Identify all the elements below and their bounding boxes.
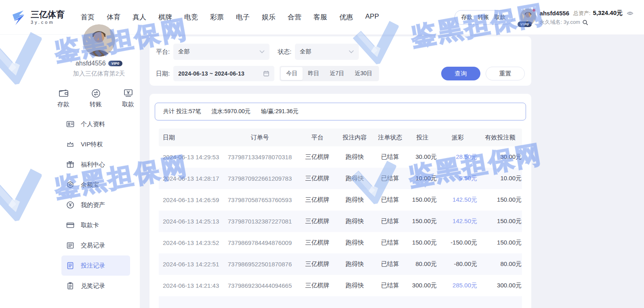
nav-item-合营[interactable]: 合营 <box>288 13 301 22</box>
nav-item-首页[interactable]: 首页 <box>81 13 95 22</box>
cell-date: 2024-06-13 14:29:53 <box>159 154 221 160</box>
wallet-action-转账[interactable]: 转账 <box>478 14 489 21</box>
user-block: VIP0 ahsfd4556 总资产: 5,324.40元 永久域名: 3y.c… <box>520 8 633 26</box>
notification-dot <box>532 8 536 12</box>
table-header-cell: 有效投注额 <box>478 134 522 141</box>
reset-button[interactable]: 重置 <box>486 67 525 80</box>
cell-order-no: 7379870587653760593 <box>221 196 298 203</box>
cell-payout: 142.50元 <box>438 196 478 204</box>
sidebar-menu: 个人资料 VIP特权 福利中心 余额宝 我的资产 取款卡 交易记录 投注记录 兑… <box>0 114 140 296</box>
sidebar-item-交易记录[interactable]: 交易记录 <box>61 235 130 255</box>
nav-item-娱乐[interactable]: 娱乐 <box>262 13 276 22</box>
cell-date: 2024-06-13 14:25:13 <box>159 218 221 225</box>
cell-platform: 三亿棋牌 <box>298 196 337 204</box>
avatar[interactable]: VIP0 <box>520 8 536 25</box>
range-button-昨日[interactable]: 昨日 <box>303 67 324 80</box>
nav-item-棋牌[interactable]: 棋牌 <box>158 13 172 22</box>
bet-records-table: 日期订单号平台投注内容注单状态投注派彩有效投注额 2024-06-13 14:2… <box>159 129 522 308</box>
coin-icon <box>66 181 74 189</box>
date-range-input[interactable]: 2024-06-13 ~ 2024-06-13 <box>173 66 274 81</box>
status-select-value: 全部 <box>300 48 349 55</box>
quick-action[interactable]: 转账 <box>90 88 102 108</box>
wallet-action-存款[interactable]: 存款 <box>461 14 473 21</box>
main-nav: 首页体育真人棋牌电竞彩票电子娱乐合营客服优惠APP <box>81 13 379 22</box>
cell-platform: 三亿棋牌 <box>298 260 337 268</box>
wallet-action-取款[interactable]: 取款 <box>495 14 506 21</box>
cell-platform: 三亿棋牌 <box>298 175 337 182</box>
cell-bet-content: 跑得快 <box>337 217 373 225</box>
profile-vip-badge: VIP0 <box>108 61 123 66</box>
assets-label: 总资产: <box>573 10 591 17</box>
date-label: 日期: <box>156 70 170 78</box>
table-row: 2024-06-13 14:25:13 7379870132387227081 … <box>159 211 522 232</box>
cell-payout: -80.00元 <box>438 260 478 268</box>
range-button-近7日[interactable]: 近7日 <box>324 67 349 80</box>
range-button-今日[interactable]: 今日 <box>281 67 303 80</box>
range-button-近30日[interactable]: 近30日 <box>349 67 378 80</box>
cell-date: 2024-06-13 14:26:59 <box>159 196 221 203</box>
brand[interactable]: 三亿体育 3y.com <box>11 9 65 26</box>
nav-item-电子[interactable]: 电子 <box>236 13 250 22</box>
cell-status: 已结算 <box>373 239 407 247</box>
platform-select[interactable]: 全部 <box>173 44 269 60</box>
table-header-cell: 日期 <box>159 134 221 141</box>
table-header-cell: 投注内容 <box>337 134 373 141</box>
table-row: 2024-06-13 14:23:52 7379869784494876009 … <box>159 232 522 253</box>
nav-item-APP[interactable]: APP <box>365 13 379 22</box>
brand-logo-icon <box>11 9 27 26</box>
assets-icon <box>66 201 74 209</box>
nav-item-电竞[interactable]: 电竞 <box>184 13 198 22</box>
profile-card: ahsfd4556 VIP0 加入三亿体育第2天 <box>61 35 137 78</box>
assets-value: 5,324.40元 <box>593 9 623 17</box>
cell-payout: 285.00元 <box>438 282 478 289</box>
platform-label: 平台: <box>156 48 170 56</box>
sidebar-item-我的资产[interactable]: 我的资产 <box>61 195 130 215</box>
cell-bet-content: 跑得快 <box>337 239 373 247</box>
nav-item-优惠[interactable]: 优惠 <box>339 13 353 22</box>
cell-bet-content: 跑得快 <box>337 282 373 289</box>
sidebar-item-个人资料[interactable]: 个人资料 <box>61 114 130 134</box>
profile-avatar[interactable] <box>83 24 115 57</box>
search-button[interactable]: 查询 <box>441 67 480 80</box>
sidebar-item-VIP特权[interactable]: VIP特权 <box>61 134 130 154</box>
cell-bet-content: 跑得快 <box>337 153 373 161</box>
cell-bet-amount: 150.00元 <box>407 217 438 225</box>
cell-order-no: 7379869230444094665 <box>221 282 298 289</box>
nav-item-真人[interactable]: 真人 <box>133 13 146 22</box>
cell-bet-content: 跑得快 <box>337 196 373 204</box>
nav-item-体育[interactable]: 体育 <box>107 13 120 22</box>
wallet-actions-pill: 存款转账取款 <box>455 10 513 25</box>
quick-action[interactable]: 取款 <box>122 88 134 108</box>
search-icon[interactable] <box>582 19 588 25</box>
cell-order-no: 7379871334978070318 <box>221 154 298 160</box>
transfer-icon <box>90 88 101 99</box>
cell-order-no: 7379870132387227081 <box>221 218 298 225</box>
cell-status: 已结算 <box>373 217 407 225</box>
status-select[interactable]: 全部 <box>295 44 359 60</box>
eye-icon[interactable] <box>627 11 633 16</box>
sidebar-item-兑奖记录[interactable]: 兑奖记录 <box>61 276 130 296</box>
brand-subtitle: 3y.com <box>31 20 65 25</box>
quick-action[interactable]: 存款 <box>57 88 69 108</box>
nav-item-彩票[interactable]: 彩票 <box>210 13 224 22</box>
cell-status: 已结算 <box>373 153 407 161</box>
cell-bet-content: 跑得快 <box>337 260 373 268</box>
nav-item-客服[interactable]: 客服 <box>314 13 327 22</box>
sidebar-item-余额宝[interactable]: 余额宝 <box>61 175 130 195</box>
vip-badge: VIP0 <box>518 21 532 27</box>
bets-icon <box>66 262 74 270</box>
summary-bar: 共计 投注:57笔流水:5970.00元输/赢:291.36元 <box>155 103 526 120</box>
cell-payout: -150.00元 <box>438 239 478 247</box>
cell-bet-amount: 80.00元 <box>407 260 438 268</box>
sidebar-item-福利中心[interactable]: 福利中心 <box>61 154 130 175</box>
cell-payout: 142.50元 <box>438 217 478 225</box>
crown-icon <box>66 140 74 148</box>
sidebar-item-投注记录[interactable]: 投注记录 <box>61 255 130 276</box>
chevron-down-icon <box>259 50 265 53</box>
gift-icon <box>66 160 74 169</box>
cell-order-no: 7379869522501870876 <box>221 261 298 268</box>
cell-bet-amount: 150.00元 <box>407 196 438 204</box>
cell-order-no: 7379870922661209783 <box>221 175 298 182</box>
status-label: 状态: <box>278 48 291 56</box>
sidebar-item-取款卡[interactable]: 取款卡 <box>61 215 130 235</box>
